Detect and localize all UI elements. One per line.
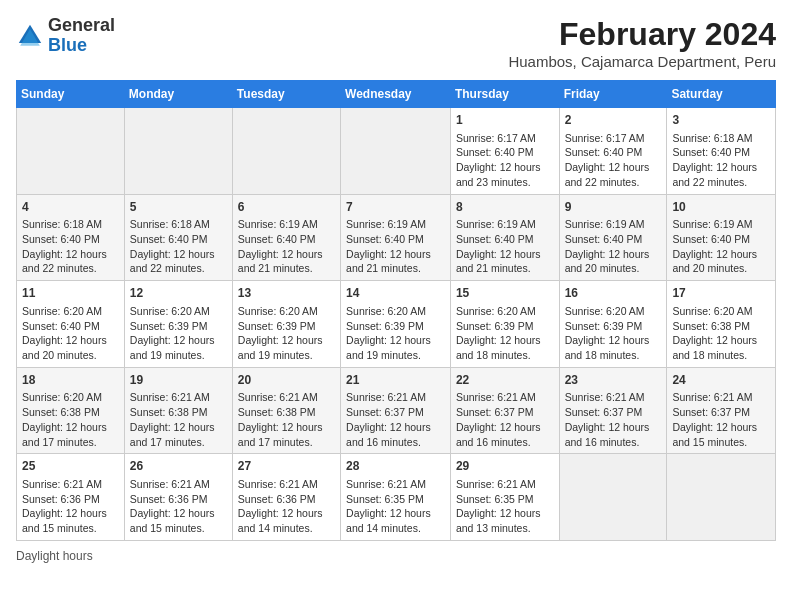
calendar-day-header: Monday — [124, 81, 232, 108]
day-info: Sunrise: 6:20 AM Sunset: 6:39 PM Dayligh… — [238, 304, 335, 363]
calendar-cell: 6Sunrise: 6:19 AM Sunset: 6:40 PM Daylig… — [232, 194, 340, 281]
calendar-cell: 25Sunrise: 6:21 AM Sunset: 6:36 PM Dayli… — [17, 454, 125, 541]
day-number: 23 — [565, 372, 662, 389]
calendar-cell: 11Sunrise: 6:20 AM Sunset: 6:40 PM Dayli… — [17, 281, 125, 368]
day-info: Sunrise: 6:18 AM Sunset: 6:40 PM Dayligh… — [130, 217, 227, 276]
calendar-cell: 13Sunrise: 6:20 AM Sunset: 6:39 PM Dayli… — [232, 281, 340, 368]
calendar-cell — [124, 108, 232, 195]
calendar-cell: 15Sunrise: 6:20 AM Sunset: 6:39 PM Dayli… — [450, 281, 559, 368]
day-number: 22 — [456, 372, 554, 389]
day-info: Sunrise: 6:19 AM Sunset: 6:40 PM Dayligh… — [672, 217, 770, 276]
day-number: 21 — [346, 372, 445, 389]
calendar-week-row: 4Sunrise: 6:18 AM Sunset: 6:40 PM Daylig… — [17, 194, 776, 281]
calendar-cell: 29Sunrise: 6:21 AM Sunset: 6:35 PM Dayli… — [450, 454, 559, 541]
day-number: 15 — [456, 285, 554, 302]
day-number: 27 — [238, 458, 335, 475]
day-number: 19 — [130, 372, 227, 389]
title-block: February 2024 Huambos, Cajamarca Departm… — [508, 16, 776, 70]
calendar-day-header: Tuesday — [232, 81, 340, 108]
day-info: Sunrise: 6:21 AM Sunset: 6:37 PM Dayligh… — [456, 390, 554, 449]
calendar-week-row: 25Sunrise: 6:21 AM Sunset: 6:36 PM Dayli… — [17, 454, 776, 541]
calendar-cell: 12Sunrise: 6:20 AM Sunset: 6:39 PM Dayli… — [124, 281, 232, 368]
calendar-cell: 10Sunrise: 6:19 AM Sunset: 6:40 PM Dayli… — [667, 194, 776, 281]
day-number: 29 — [456, 458, 554, 475]
calendar-cell: 2Sunrise: 6:17 AM Sunset: 6:40 PM Daylig… — [559, 108, 667, 195]
calendar-week-row: 18Sunrise: 6:20 AM Sunset: 6:38 PM Dayli… — [17, 367, 776, 454]
day-info: Sunrise: 6:17 AM Sunset: 6:40 PM Dayligh… — [565, 131, 662, 190]
calendar-cell: 27Sunrise: 6:21 AM Sunset: 6:36 PM Dayli… — [232, 454, 340, 541]
calendar-day-header: Friday — [559, 81, 667, 108]
calendar-cell: 1Sunrise: 6:17 AM Sunset: 6:40 PM Daylig… — [450, 108, 559, 195]
calendar-day-header: Thursday — [450, 81, 559, 108]
footer-note: Daylight hours — [16, 549, 776, 563]
day-info: Sunrise: 6:19 AM Sunset: 6:40 PM Dayligh… — [346, 217, 445, 276]
day-number: 10 — [672, 199, 770, 216]
calendar-cell: 22Sunrise: 6:21 AM Sunset: 6:37 PM Dayli… — [450, 367, 559, 454]
page-header: General Blue February 2024 Huambos, Caja… — [16, 16, 776, 70]
page-subtitle: Huambos, Cajamarca Department, Peru — [508, 53, 776, 70]
calendar-cell: 7Sunrise: 6:19 AM Sunset: 6:40 PM Daylig… — [341, 194, 451, 281]
day-number: 26 — [130, 458, 227, 475]
day-info: Sunrise: 6:21 AM Sunset: 6:37 PM Dayligh… — [565, 390, 662, 449]
calendar-cell: 20Sunrise: 6:21 AM Sunset: 6:38 PM Dayli… — [232, 367, 340, 454]
calendar-cell: 24Sunrise: 6:21 AM Sunset: 6:37 PM Dayli… — [667, 367, 776, 454]
day-number: 8 — [456, 199, 554, 216]
day-number: 1 — [456, 112, 554, 129]
day-number: 12 — [130, 285, 227, 302]
day-number: 7 — [346, 199, 445, 216]
day-number: 16 — [565, 285, 662, 302]
day-info: Sunrise: 6:18 AM Sunset: 6:40 PM Dayligh… — [672, 131, 770, 190]
calendar-cell: 9Sunrise: 6:19 AM Sunset: 6:40 PM Daylig… — [559, 194, 667, 281]
day-number: 9 — [565, 199, 662, 216]
calendar-cell — [559, 454, 667, 541]
day-info: Sunrise: 6:18 AM Sunset: 6:40 PM Dayligh… — [22, 217, 119, 276]
calendar-cell: 5Sunrise: 6:18 AM Sunset: 6:40 PM Daylig… — [124, 194, 232, 281]
day-info: Sunrise: 6:21 AM Sunset: 6:38 PM Dayligh… — [238, 390, 335, 449]
calendar-cell: 3Sunrise: 6:18 AM Sunset: 6:40 PM Daylig… — [667, 108, 776, 195]
calendar-cell: 4Sunrise: 6:18 AM Sunset: 6:40 PM Daylig… — [17, 194, 125, 281]
day-info: Sunrise: 6:19 AM Sunset: 6:40 PM Dayligh… — [238, 217, 335, 276]
calendar-table: SundayMondayTuesdayWednesdayThursdayFrid… — [16, 80, 776, 541]
day-info: Sunrise: 6:21 AM Sunset: 6:37 PM Dayligh… — [346, 390, 445, 449]
calendar-cell — [232, 108, 340, 195]
day-info: Sunrise: 6:19 AM Sunset: 6:40 PM Dayligh… — [456, 217, 554, 276]
day-info: Sunrise: 6:20 AM Sunset: 6:38 PM Dayligh… — [672, 304, 770, 363]
day-number: 20 — [238, 372, 335, 389]
logo: General Blue — [16, 16, 115, 56]
calendar-cell: 21Sunrise: 6:21 AM Sunset: 6:37 PM Dayli… — [341, 367, 451, 454]
calendar-cell: 18Sunrise: 6:20 AM Sunset: 6:38 PM Dayli… — [17, 367, 125, 454]
calendar-day-header: Sunday — [17, 81, 125, 108]
day-number: 17 — [672, 285, 770, 302]
calendar-cell: 8Sunrise: 6:19 AM Sunset: 6:40 PM Daylig… — [450, 194, 559, 281]
day-info: Sunrise: 6:21 AM Sunset: 6:37 PM Dayligh… — [672, 390, 770, 449]
calendar-cell: 28Sunrise: 6:21 AM Sunset: 6:35 PM Dayli… — [341, 454, 451, 541]
day-number: 13 — [238, 285, 335, 302]
calendar-cell: 16Sunrise: 6:20 AM Sunset: 6:39 PM Dayli… — [559, 281, 667, 368]
calendar-day-header: Saturday — [667, 81, 776, 108]
page-title: February 2024 — [508, 16, 776, 53]
day-number: 3 — [672, 112, 770, 129]
calendar-cell: 17Sunrise: 6:20 AM Sunset: 6:38 PM Dayli… — [667, 281, 776, 368]
calendar-cell: 19Sunrise: 6:21 AM Sunset: 6:38 PM Dayli… — [124, 367, 232, 454]
logo-blue: Blue — [48, 36, 115, 56]
logo-text: General Blue — [48, 16, 115, 56]
day-number: 4 — [22, 199, 119, 216]
day-info: Sunrise: 6:21 AM Sunset: 6:36 PM Dayligh… — [130, 477, 227, 536]
day-info: Sunrise: 6:20 AM Sunset: 6:39 PM Dayligh… — [130, 304, 227, 363]
logo-general: General — [48, 16, 115, 36]
day-info: Sunrise: 6:20 AM Sunset: 6:39 PM Dayligh… — [565, 304, 662, 363]
day-info: Sunrise: 6:17 AM Sunset: 6:40 PM Dayligh… — [456, 131, 554, 190]
calendar-cell — [17, 108, 125, 195]
calendar-cell: 26Sunrise: 6:21 AM Sunset: 6:36 PM Dayli… — [124, 454, 232, 541]
day-info: Sunrise: 6:20 AM Sunset: 6:39 PM Dayligh… — [456, 304, 554, 363]
calendar-header-row: SundayMondayTuesdayWednesdayThursdayFrid… — [17, 81, 776, 108]
day-info: Sunrise: 6:20 AM Sunset: 6:40 PM Dayligh… — [22, 304, 119, 363]
day-number: 6 — [238, 199, 335, 216]
logo-icon — [16, 22, 44, 50]
day-number: 14 — [346, 285, 445, 302]
day-info: Sunrise: 6:21 AM Sunset: 6:35 PM Dayligh… — [346, 477, 445, 536]
day-info: Sunrise: 6:20 AM Sunset: 6:38 PM Dayligh… — [22, 390, 119, 449]
day-number: 11 — [22, 285, 119, 302]
day-info: Sunrise: 6:21 AM Sunset: 6:36 PM Dayligh… — [238, 477, 335, 536]
calendar-cell: 23Sunrise: 6:21 AM Sunset: 6:37 PM Dayli… — [559, 367, 667, 454]
